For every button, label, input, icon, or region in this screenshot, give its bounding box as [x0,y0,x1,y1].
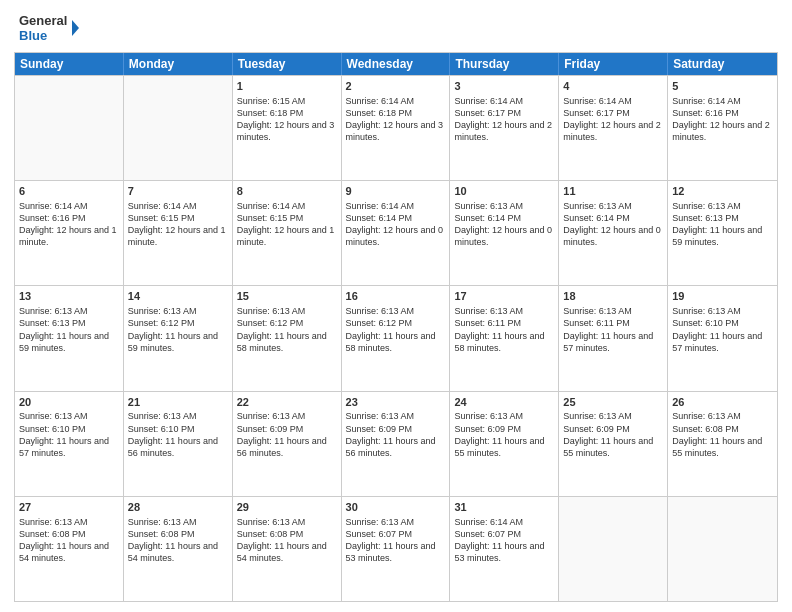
empty-cell [668,497,777,601]
day-number: 18 [563,289,663,304]
calendar-day-24: 24Sunrise: 6:13 AMSunset: 6:09 PMDayligh… [450,392,559,496]
calendar-day-30: 30Sunrise: 6:13 AMSunset: 6:07 PMDayligh… [342,497,451,601]
day-info-text: Sunrise: 6:13 AM [672,200,773,212]
day-info-text: Daylight: 11 hours and 56 minutes. [237,435,337,459]
day-number: 13 [19,289,119,304]
calendar-day-18: 18Sunrise: 6:13 AMSunset: 6:11 PMDayligh… [559,286,668,390]
day-info-text: Sunset: 6:09 PM [454,423,554,435]
day-number: 20 [19,395,119,410]
day-info-text: Daylight: 11 hours and 58 minutes. [346,330,446,354]
calendar-week-1: 1Sunrise: 6:15 AMSunset: 6:18 PMDaylight… [15,75,777,180]
day-info-text: Sunset: 6:08 PM [128,528,228,540]
day-info-text: Sunrise: 6:13 AM [454,410,554,422]
day-info-text: Sunrise: 6:13 AM [128,516,228,528]
calendar-day-5: 5Sunrise: 6:14 AMSunset: 6:16 PMDaylight… [668,76,777,180]
day-info-text: Sunrise: 6:14 AM [563,95,663,107]
calendar-day-1: 1Sunrise: 6:15 AMSunset: 6:18 PMDaylight… [233,76,342,180]
day-info-text: Sunrise: 6:14 AM [19,200,119,212]
calendar-day-21: 21Sunrise: 6:13 AMSunset: 6:10 PMDayligh… [124,392,233,496]
calendar-day-10: 10Sunrise: 6:13 AMSunset: 6:14 PMDayligh… [450,181,559,285]
day-info-text: Daylight: 11 hours and 56 minutes. [128,435,228,459]
day-number: 5 [672,79,773,94]
day-info-text: Sunset: 6:10 PM [672,317,773,329]
day-info-text: Sunrise: 6:13 AM [19,410,119,422]
day-number: 9 [346,184,446,199]
day-number: 27 [19,500,119,515]
svg-text:General: General [19,13,67,28]
header-day-wednesday: Wednesday [342,53,451,75]
calendar-week-4: 20Sunrise: 6:13 AMSunset: 6:10 PMDayligh… [15,391,777,496]
header-day-friday: Friday [559,53,668,75]
calendar-day-3: 3Sunrise: 6:14 AMSunset: 6:17 PMDaylight… [450,76,559,180]
day-info-text: Sunset: 6:10 PM [128,423,228,435]
day-info-text: Sunset: 6:18 PM [346,107,446,119]
calendar-day-20: 20Sunrise: 6:13 AMSunset: 6:10 PMDayligh… [15,392,124,496]
calendar-day-6: 6Sunrise: 6:14 AMSunset: 6:16 PMDaylight… [15,181,124,285]
logo: General Blue [14,10,84,46]
calendar-body: 1Sunrise: 6:15 AMSunset: 6:18 PMDaylight… [15,75,777,601]
day-number: 15 [237,289,337,304]
day-number: 28 [128,500,228,515]
day-info-text: Sunrise: 6:14 AM [346,95,446,107]
day-info-text: Daylight: 11 hours and 59 minutes. [128,330,228,354]
header-day-tuesday: Tuesday [233,53,342,75]
day-info-text: Sunset: 6:13 PM [19,317,119,329]
day-info-text: Sunset: 6:09 PM [563,423,663,435]
day-info-text: Sunset: 6:17 PM [454,107,554,119]
day-info-text: Daylight: 11 hours and 57 minutes. [672,330,773,354]
day-info-text: Sunset: 6:14 PM [563,212,663,224]
day-info-text: Daylight: 11 hours and 53 minutes. [454,540,554,564]
day-info-text: Sunrise: 6:13 AM [128,305,228,317]
day-number: 19 [672,289,773,304]
day-number: 12 [672,184,773,199]
day-info-text: Sunrise: 6:13 AM [19,305,119,317]
calendar-week-2: 6Sunrise: 6:14 AMSunset: 6:16 PMDaylight… [15,180,777,285]
day-info-text: Sunrise: 6:13 AM [237,410,337,422]
calendar-day-14: 14Sunrise: 6:13 AMSunset: 6:12 PMDayligh… [124,286,233,390]
day-info-text: Sunrise: 6:14 AM [128,200,228,212]
day-info-text: Daylight: 11 hours and 57 minutes. [563,330,663,354]
svg-marker-2 [72,20,79,36]
day-info-text: Sunrise: 6:13 AM [237,305,337,317]
calendar-day-28: 28Sunrise: 6:13 AMSunset: 6:08 PMDayligh… [124,497,233,601]
day-info-text: Daylight: 11 hours and 59 minutes. [19,330,119,354]
day-number: 30 [346,500,446,515]
day-info-text: Sunset: 6:11 PM [454,317,554,329]
calendar-day-9: 9Sunrise: 6:14 AMSunset: 6:14 PMDaylight… [342,181,451,285]
day-number: 10 [454,184,554,199]
day-info-text: Sunrise: 6:14 AM [454,95,554,107]
day-number: 22 [237,395,337,410]
calendar-day-4: 4Sunrise: 6:14 AMSunset: 6:17 PMDaylight… [559,76,668,180]
calendar-day-25: 25Sunrise: 6:13 AMSunset: 6:09 PMDayligh… [559,392,668,496]
day-info-text: Sunrise: 6:14 AM [454,516,554,528]
day-info-text: Daylight: 11 hours and 54 minutes. [128,540,228,564]
day-info-text: Sunset: 6:08 PM [237,528,337,540]
svg-text:Blue: Blue [19,28,47,43]
day-info-text: Sunrise: 6:13 AM [128,410,228,422]
calendar-day-22: 22Sunrise: 6:13 AMSunset: 6:09 PMDayligh… [233,392,342,496]
empty-cell [559,497,668,601]
day-info-text: Daylight: 11 hours and 55 minutes. [563,435,663,459]
day-number: 6 [19,184,119,199]
calendar-day-7: 7Sunrise: 6:14 AMSunset: 6:15 PMDaylight… [124,181,233,285]
day-info-text: Daylight: 11 hours and 56 minutes. [346,435,446,459]
day-info-text: Sunrise: 6:13 AM [346,410,446,422]
header: General Blue [14,10,778,46]
day-number: 14 [128,289,228,304]
day-info-text: Daylight: 11 hours and 58 minutes. [237,330,337,354]
day-number: 7 [128,184,228,199]
empty-cell [15,76,124,180]
day-info-text: Daylight: 12 hours and 2 minutes. [563,119,663,143]
day-info-text: Daylight: 12 hours and 2 minutes. [454,119,554,143]
day-info-text: Daylight: 12 hours and 3 minutes. [346,119,446,143]
day-number: 3 [454,79,554,94]
day-info-text: Sunset: 6:07 PM [454,528,554,540]
day-info-text: Sunset: 6:13 PM [672,212,773,224]
day-info-text: Sunset: 6:08 PM [672,423,773,435]
day-info-text: Daylight: 11 hours and 54 minutes. [237,540,337,564]
day-info-text: Daylight: 12 hours and 0 minutes. [454,224,554,248]
day-number: 24 [454,395,554,410]
day-info-text: Sunrise: 6:15 AM [237,95,337,107]
day-info-text: Daylight: 12 hours and 2 minutes. [672,119,773,143]
day-info-text: Sunset: 6:18 PM [237,107,337,119]
